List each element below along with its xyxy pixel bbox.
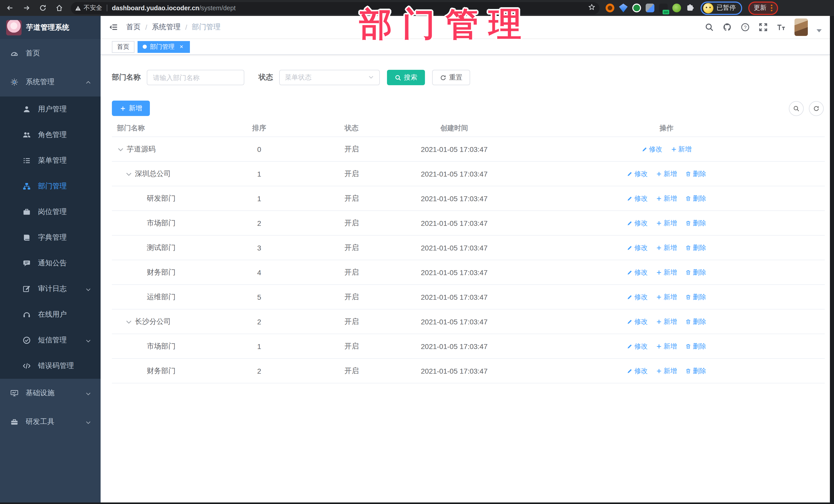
sidebar-item-0[interactable]: 首页 — [0, 39, 101, 68]
extension-icon[interactable] — [632, 4, 641, 12]
table-row[interactable]: 长沙分公司2开启2021-01-05 17:03:47修改新增删除 — [112, 309, 825, 334]
help-icon[interactable]: ? — [741, 23, 750, 32]
edit-link[interactable]: 修改 — [627, 218, 648, 227]
expand-arrow-icon[interactable] — [117, 146, 124, 153]
table-row[interactable]: 运维部门5开启2021-01-05 17:03:47修改新增删除 — [112, 285, 825, 309]
sidebar-item-3[interactable]: 角色管理 — [0, 122, 101, 148]
delete-link[interactable]: 删除 — [685, 169, 706, 178]
extensions-puzzle-icon[interactable] — [686, 4, 695, 12]
gear-icon — [10, 78, 19, 86]
add-link[interactable]: 新增 — [656, 169, 677, 178]
add-link[interactable]: 新增 — [656, 366, 677, 375]
reload-icon[interactable] — [36, 1, 49, 15]
sidebar-header[interactable]: 芋道管理系统 — [0, 16, 101, 39]
sidebar-item-7[interactable]: 字典管理 — [0, 225, 101, 250]
dept-name-input[interactable] — [147, 70, 244, 85]
add-link[interactable]: 新增 — [656, 268, 677, 277]
extension-icon[interactable] — [619, 4, 628, 12]
edit-link[interactable]: 修改 — [627, 342, 648, 351]
browser-profile-button[interactable]: 已暂停 — [701, 1, 742, 15]
expand-arrow-icon[interactable] — [125, 170, 132, 177]
browser-update-button[interactable]: 更新 — [748, 1, 778, 15]
sidebar-menu: 首页系统管理用户管理角色管理菜单管理部门管理岗位管理字典管理通知公告审计日志在线… — [0, 39, 101, 436]
add-link[interactable]: 新增 — [656, 243, 677, 252]
sidebar-item-1[interactable]: 系统管理 — [0, 68, 101, 96]
add-link[interactable]: 新增 — [656, 194, 677, 203]
breadcrumb-item[interactable]: 系统管理 — [152, 23, 181, 32]
delete-link[interactable]: 删除 — [685, 243, 706, 252]
table-row[interactable]: 市场部门2开启2021-01-05 17:03:47修改新增删除 — [112, 211, 825, 236]
status-select[interactable]: 菜单状态 — [279, 70, 380, 85]
chevron-down-icon[interactable] — [816, 29, 822, 32]
table-row[interactable]: 财务部门2开启2021-01-05 17:03:47修改新增删除 — [112, 359, 825, 384]
extension-icon[interactable] — [646, 4, 654, 12]
github-icon[interactable] — [723, 23, 732, 32]
delete-link[interactable]: 删除 — [685, 317, 706, 326]
bookmark-star-icon[interactable] — [588, 3, 595, 13]
delete-link[interactable]: 删除 — [685, 268, 706, 277]
sidebar-item-9[interactable]: 审计日志 — [0, 276, 101, 302]
edit-link[interactable]: 修改 — [627, 243, 648, 252]
add-link[interactable]: 新增 — [656, 342, 677, 351]
sort-cell: 2 — [216, 219, 303, 227]
create-time-cell: 2021-01-05 17:03:47 — [400, 293, 508, 301]
fullscreen-icon[interactable] — [759, 23, 768, 32]
browser-menu-icon[interactable] — [771, 5, 772, 11]
edit-link[interactable]: 修改 — [641, 145, 662, 154]
search-icon[interactable] — [705, 23, 714, 32]
table-row[interactable]: 研发部门1开启2021-01-05 17:03:47修改新增删除 — [112, 186, 825, 211]
table-row[interactable]: 深圳总公司1开启2021-01-05 17:03:47修改新增删除 — [112, 162, 825, 186]
breadcrumb-item[interactable]: 首页 — [126, 23, 140, 32]
font-size-icon[interactable] — [776, 23, 786, 32]
edit-link[interactable]: 修改 — [627, 169, 648, 178]
delete-link[interactable]: 删除 — [685, 218, 706, 227]
search-button[interactable]: 搜索 — [387, 70, 425, 85]
sidebar-item-14[interactable]: 研发工具 — [0, 408, 101, 436]
edit-link[interactable]: 修改 — [627, 268, 648, 277]
delete-link[interactable]: 删除 — [685, 342, 706, 351]
extension-icon[interactable] — [672, 4, 681, 12]
not-secure-warning[interactable]: 不安全 — [75, 4, 102, 12]
column-header: 排序 — [216, 124, 303, 133]
add-button[interactable]: 新增 — [112, 101, 150, 116]
sidebar-item-4[interactable]: 菜单管理 — [0, 148, 101, 174]
edit-link[interactable]: 修改 — [627, 292, 648, 302]
sidebar-item-11[interactable]: 短信管理 — [0, 327, 101, 353]
tab-page[interactable]: 首页 — [112, 41, 134, 52]
toggle-search-button[interactable] — [789, 101, 804, 116]
add-link[interactable]: 新增 — [656, 218, 677, 227]
extension-icon[interactable] — [606, 4, 614, 12]
edit-link[interactable]: 修改 — [627, 366, 648, 375]
hamburger-icon[interactable] — [105, 19, 122, 36]
edit-link[interactable]: 修改 — [627, 194, 648, 203]
home-icon[interactable] — [52, 1, 66, 15]
sidebar-item-6[interactable]: 岗位管理 — [0, 199, 101, 225]
edit-link[interactable]: 修改 — [627, 317, 648, 326]
expand-arrow-icon[interactable] — [125, 318, 132, 325]
refresh-icon — [440, 74, 446, 81]
delete-link[interactable]: 删除 — [685, 292, 706, 302]
extension-icon[interactable]: on — [659, 4, 668, 12]
tab-active[interactable]: 部门管理× — [137, 41, 190, 52]
table-row[interactable]: 芋道源码0开启2021-01-05 17:03:47修改新增 — [112, 137, 825, 162]
sidebar-item-10[interactable]: 在线用户 — [0, 302, 101, 327]
sidebar-item-2[interactable]: 用户管理 — [0, 96, 101, 122]
sidebar-item-12[interactable]: 错误码管理 — [0, 353, 101, 379]
add-link[interactable]: 新增 — [656, 292, 677, 302]
refresh-table-button[interactable] — [809, 101, 824, 116]
sidebar-item-5[interactable]: 部门管理 — [0, 174, 101, 199]
table-row[interactable]: 财务部门4开启2021-01-05 17:03:47修改新增删除 — [112, 260, 825, 285]
add-link[interactable]: 新增 — [656, 317, 677, 326]
forward-icon[interactable] — [20, 1, 33, 15]
user-avatar[interactable] — [794, 19, 808, 36]
sidebar-item-13[interactable]: 基础设施 — [0, 379, 101, 408]
reset-button[interactable]: 重置 — [432, 70, 470, 85]
delete-link[interactable]: 删除 — [685, 366, 706, 375]
table-row[interactable]: 测试部门3开启2021-01-05 17:03:47修改新增删除 — [112, 236, 825, 260]
delete-link[interactable]: 删除 — [685, 194, 706, 203]
add-link[interactable]: 新增 — [671, 145, 692, 154]
table-row[interactable]: 市场部门1开启2021-01-05 17:03:47修改新增删除 — [112, 334, 825, 359]
sidebar-item-8[interactable]: 通知公告 — [0, 250, 101, 276]
back-icon[interactable] — [3, 1, 17, 15]
close-icon[interactable]: × — [178, 43, 185, 50]
